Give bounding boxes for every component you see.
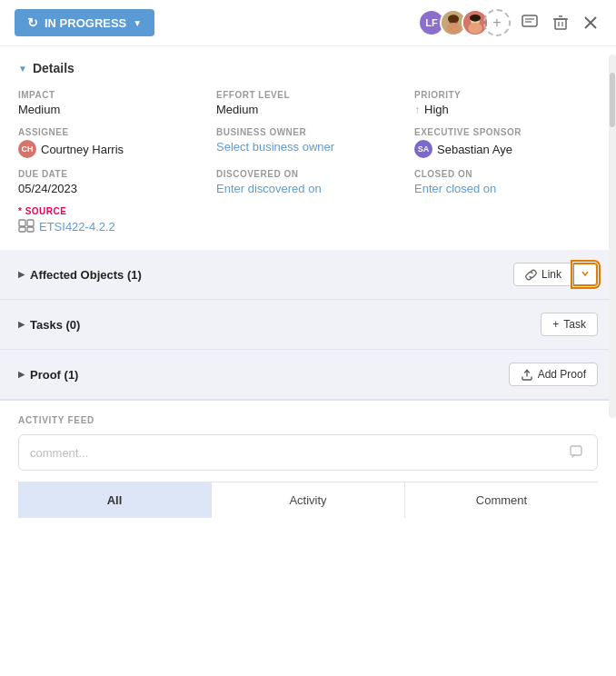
proof-toggle[interactable]: ▶ Proof (1) [18,368,78,382]
affected-objects-triangle-icon: ▶ [18,270,25,279]
link-dropdown-button[interactable] [573,263,598,286]
comment-icon [570,444,586,461]
header-right: LF + [418,9,601,36]
closed-on-field: CLOSED ON Enter closed on [414,169,598,195]
assignee-field: ASSIGNEE CH Courtney Harris [18,127,202,158]
assignee-label: ASSIGNEE [18,127,202,137]
due-date-value: 05/24/2023 [18,182,202,195]
chevron-down-icon: ▼ [133,18,142,28]
chat-button[interactable] [518,11,541,35]
source-label: * SOURCE [18,206,598,216]
details-section: ▼ Details IMPACT Medium EFFORT LEVEL Med… [0,46,616,234]
priority-arrow-icon: ↑ [414,104,420,116]
comment-placeholder: comment... [30,446,570,460]
svg-rect-8 [522,15,537,26]
svg-point-3 [448,15,459,23]
discovered-on-input[interactable]: Enter discovered on [216,182,400,195]
header: ↻ IN PROGRESS ▼ LF [0,0,616,46]
impact-value: Medium [18,103,202,116]
comment-box[interactable]: comment... [18,434,598,471]
executive-sponsor-field: EXECUTIVE SPONSOR SA Sebastian Aye [414,127,598,158]
assignee-value: CH Courtney Harris [18,140,202,158]
closed-on-input[interactable]: Enter closed on [414,182,598,195]
status-button[interactable]: ↻ IN PROGRESS ▼ [15,9,154,36]
assignee-avatar: CH [18,140,36,158]
tasks-label: Tasks (0) [30,318,80,332]
add-task-button[interactable]: + Task [541,313,598,336]
affected-objects-section: ▶ Affected Objects (1) Link [0,250,616,300]
sections-area: ▶ Affected Objects (1) Link [0,250,616,400]
affected-objects-toggle[interactable]: ▶ Affected Objects (1) [18,268,142,282]
due-date-label: DUE DATE [18,169,202,179]
effort-value: Medium [216,103,400,116]
tab-comment[interactable]: Comment [405,482,598,518]
business-owner-label: BUSINESS OWNER [216,127,400,137]
details-triangle-icon: ▼ [18,64,27,74]
proof-section: ▶ Proof (1) Add Proof [0,350,616,400]
add-collaborator-button[interactable]: + [483,9,511,36]
executive-sponsor-value: SA Sebastian Aye [414,140,598,158]
sync-icon: ↻ [27,15,38,30]
tasks-section: ▶ Tasks (0) + Task [0,300,616,350]
proof-label: Proof (1) [30,368,78,382]
add-proof-button[interactable]: Add Proof [509,363,598,386]
tasks-actions: + Task [541,313,598,336]
tab-all[interactable]: All [18,482,212,518]
fields-row-2: ASSIGNEE CH Courtney Harris BUSINESS OWN… [18,127,598,158]
priority-label: PRIORITY [414,90,598,100]
details-label: Details [33,61,75,75]
close-button[interactable] [580,12,601,34]
status-label: IN PROGRESS [45,16,126,30]
svg-point-6 [468,23,482,34]
discovered-on-label: DISCOVERED ON [216,169,400,179]
executive-sponsor-avatar: SA [414,140,432,158]
svg-rect-21 [27,227,34,232]
svg-rect-11 [555,19,566,29]
activity-tab-bar: All Activity Comment [18,482,598,518]
tab-activity[interactable]: Activity [212,482,405,518]
svg-point-2 [446,23,461,34]
due-date-field: DUE DATE 05/24/2023 [18,169,202,195]
priority-value: ↑ High [414,103,598,116]
chat-icon [522,15,538,31]
activity-feed: ACTIVITY FEED comment... All Activity Co… [0,400,616,532]
source-field: * SOURCE ETSI422-4.2.2 [18,206,598,234]
fields-row-3: DUE DATE 05/24/2023 DISCOVERED ON Enter … [18,169,598,195]
svg-point-7 [470,15,481,22]
proof-triangle-icon: ▶ [18,370,25,379]
source-link[interactable]: ETSI422-4.2.2 [39,220,115,234]
trash-button[interactable] [549,11,572,35]
upload-icon [521,368,533,381]
tasks-triangle-icon: ▶ [18,320,25,329]
activity-feed-label: ACTIVITY FEED [18,415,598,425]
business-owner-select[interactable]: Select business owner [216,140,400,154]
scrollbar-track[interactable] [609,55,616,418]
fields-row-1: IMPACT Medium EFFORT LEVEL Medium PRIORI… [18,90,598,116]
trash-icon [552,15,569,31]
priority-field: PRIORITY ↑ High [414,90,598,116]
impact-label: IMPACT [18,90,202,100]
tasks-toggle[interactable]: ▶ Tasks (0) [18,318,80,332]
affected-objects-label: Affected Objects (1) [30,268,142,282]
avatar-group: LF + [418,9,511,36]
details-toggle[interactable]: ▼ Details [18,61,598,75]
proof-actions: Add Proof [509,363,598,386]
source-link-icon [18,219,35,234]
executive-sponsor-label: EXECUTIVE SPONSOR [414,127,598,137]
link-button-group: Link [513,263,598,286]
svg-rect-23 [571,446,581,455]
link-icon [525,269,537,281]
affected-objects-actions: Link [513,263,598,286]
scrollbar-thumb[interactable] [610,73,615,127]
link-button[interactable]: Link [513,263,573,286]
svg-rect-18 [19,220,25,226]
chevron-down-icon [581,269,590,278]
close-icon [583,15,598,30]
discovered-on-field: DISCOVERED ON Enter discovered on [216,169,400,195]
effort-field: EFFORT LEVEL Medium [216,90,400,116]
svg-rect-19 [27,220,34,226]
effort-label: EFFORT LEVEL [216,90,400,100]
business-owner-field: BUSINESS OWNER Select business owner [216,127,400,158]
closed-on-label: CLOSED ON [414,169,598,179]
svg-rect-20 [19,227,25,232]
